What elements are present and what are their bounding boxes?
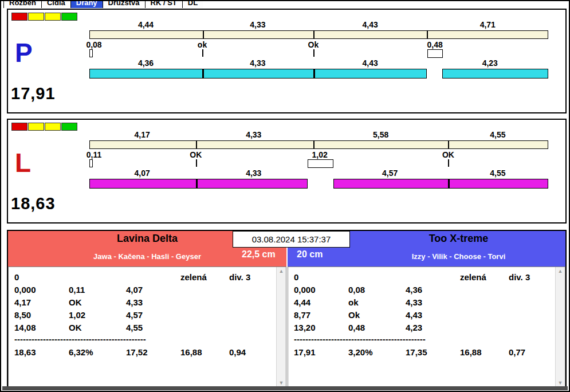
- result-row: 13,20 0,48 4,23: [294, 323, 550, 332]
- result-cell: 4,33: [406, 297, 460, 307]
- splits-scale-bar: [89, 30, 548, 39]
- yellow-light-indicator: [45, 13, 61, 21]
- result-cell: 4,43: [406, 310, 460, 320]
- tab-cidla[interactable]: Čidla: [41, 1, 71, 8]
- total-cell: 16,88: [460, 347, 509, 357]
- tab-dl[interactable]: DL: [182, 1, 203, 8]
- segment-divider: [202, 69, 204, 79]
- scrollbar[interactable]: ▲ ▼: [276, 267, 286, 387]
- checkpoint-tick: [313, 49, 315, 57]
- result-row: 4,44 ok 4,33: [294, 297, 550, 307]
- split-time-label: 4,57: [382, 168, 398, 178]
- scroll-down-icon[interactable]: ▼: [556, 380, 565, 386]
- result-cell: [180, 323, 229, 332]
- lane-letter: L: [15, 150, 31, 176]
- result-cell: ok: [348, 297, 406, 307]
- split-time-label: 5,58: [373, 130, 388, 139]
- split-time-label: 4,33: [246, 168, 261, 178]
- start-marker: [89, 159, 93, 167]
- checkpoint-markers: [89, 159, 548, 168]
- checkpoint-label: Ok: [308, 40, 319, 49]
- result-cell: [180, 310, 229, 320]
- progress-bar-segment: [333, 179, 548, 189]
- result-row: 14,08 OK 4,55: [14, 323, 271, 332]
- split-time-label: 4,33: [250, 58, 265, 68]
- total-cell: 0,94: [229, 347, 271, 357]
- result-cell: 14,08: [14, 323, 69, 332]
- lane-progress-bar: [89, 179, 548, 189]
- split-time-label: 4,55: [490, 130, 505, 139]
- result-cell: 13,20: [294, 323, 348, 332]
- lane-track: 4,44 4,33 4,43 4,71 0,08 ok Ok 0,48 4,36…: [89, 10, 548, 112]
- status-bar: [2, 386, 568, 390]
- result-cell: Ok: [348, 310, 406, 320]
- checkpoint-markers: [89, 49, 548, 58]
- result-cell: 4,33: [126, 297, 180, 307]
- lane-panel-p: P 17,91 4,44 4,33 4,43 4,71 0,08 ok Ok 0…: [7, 9, 567, 113]
- scale-tick: [448, 141, 449, 148]
- result-cell: 0: [14, 272, 69, 282]
- scroll-down-icon[interactable]: ▼: [277, 380, 286, 386]
- red-light-indicator: [11, 123, 27, 131]
- results-list-left[interactable]: 0 zelená div. 3 0,000 0,11 4,07 4,17 OK …: [8, 266, 286, 387]
- yellow-light-indicator: [28, 13, 44, 21]
- result-cell: 0,08: [348, 285, 406, 295]
- lane-total-time: 17,91: [11, 84, 56, 103]
- checkpoint-label: OK: [442, 150, 454, 159]
- result-cell: [509, 297, 550, 307]
- progress-bar-segment: [89, 179, 308, 189]
- start-marker: [89, 49, 93, 57]
- exchange-gap-marker: [427, 49, 443, 58]
- tab-bar: Rozběh Čidla Dráhy Družstva RK / ST DL: [3, 1, 203, 8]
- separator-line: ----------------------------------------…: [14, 334, 146, 344]
- result-cell: 8,77: [294, 310, 348, 320]
- separator-line: ----------------------------------------…: [294, 334, 426, 344]
- result-cell: div. 3: [509, 272, 550, 282]
- checkpoint-label: OK: [190, 150, 202, 159]
- result-cell: 0,11: [69, 285, 126, 295]
- result-cell: OK: [69, 323, 126, 332]
- red-light-indicator: [11, 13, 27, 21]
- result-cell: zelená: [460, 272, 509, 282]
- scale-tick: [427, 31, 428, 38]
- total-cell: 17,52: [126, 347, 180, 357]
- totals-row: 18,63 6,32% 17,52 16,88 0,94: [14, 347, 271, 357]
- distance-value: 22,5 cm: [242, 249, 276, 260]
- result-cell: zelená: [180, 272, 229, 282]
- result-cell: [229, 323, 271, 332]
- scroll-up-icon[interactable]: ▲: [277, 268, 286, 274]
- lane-status-lights: [11, 123, 78, 131]
- results-list-right[interactable]: 0 zelená div. 3 0,000 0,08 4,36 4,44 ok …: [288, 266, 565, 387]
- total-cell: 0,77: [509, 347, 550, 357]
- checkpoint-label: 1,02: [312, 150, 327, 159]
- result-cell: [460, 285, 509, 295]
- lane-track: 4,17 4,33 5,58 4,55 0,11 OK 1,02 OK 4,07…: [89, 120, 548, 222]
- team-members: Izzy - Vilik - Choose - Torvi: [288, 252, 565, 261]
- tab-drahy[interactable]: Dráhy: [70, 1, 103, 8]
- datetime-display: 03.08.2024 15:37:37: [233, 231, 350, 248]
- lane-letter: P: [15, 40, 33, 66]
- split-time-label: 4,33: [250, 20, 265, 29]
- checkpoint-tick: [196, 159, 197, 167]
- totals-row: 17,91 3,20% 17,35 16,88 0,77: [294, 347, 550, 357]
- total-cell: 17,91: [294, 347, 348, 357]
- result-row: 8,77 Ok 4,43: [294, 310, 550, 320]
- lane-total-time: 18,63: [11, 194, 56, 213]
- result-cell: [126, 272, 180, 282]
- tab-rozbeh[interactable]: Rozběh: [3, 1, 42, 8]
- split-time-label: 4,36: [138, 58, 154, 68]
- scroll-up-icon[interactable]: ▲: [556, 268, 565, 274]
- total-cell: 17,35: [406, 347, 460, 357]
- tab-rk-st[interactable]: RK / ST: [145, 1, 183, 8]
- result-cell: 1,02: [69, 310, 126, 320]
- checkpoint-label: 0,48: [427, 40, 443, 49]
- split-time-label: 4,44: [138, 20, 154, 29]
- tab-druzstva[interactable]: Družstva: [103, 1, 146, 8]
- progress-bar-segment: [442, 69, 548, 79]
- result-cell: [509, 323, 550, 332]
- result-row: 0 zelená div. 3: [294, 272, 550, 282]
- scrollbar[interactable]: ▲ ▼: [555, 267, 565, 387]
- checkpoint-label: ok: [198, 40, 207, 49]
- yellow-light-indicator: [45, 123, 61, 131]
- result-row: 4,17 OK 4,33: [14, 297, 271, 307]
